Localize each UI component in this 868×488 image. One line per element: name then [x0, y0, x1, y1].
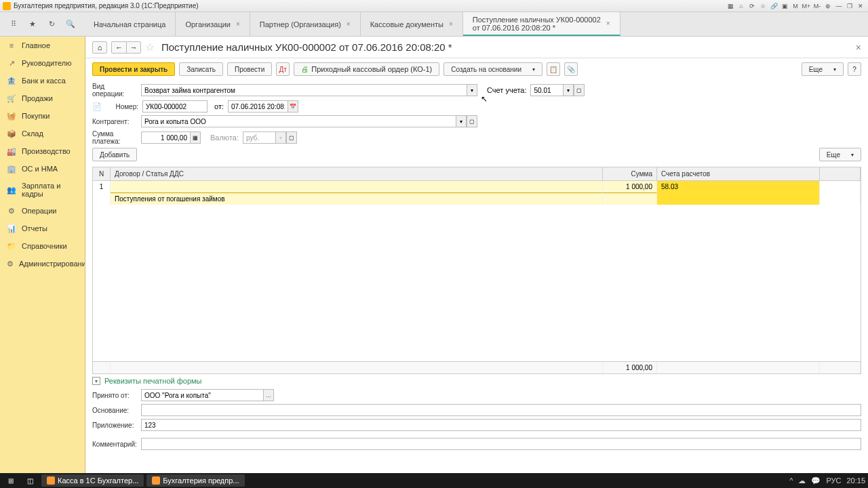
taskbar-app-2[interactable]: Бухгалтерия предпр... — [146, 474, 244, 487]
start-button[interactable]: ⊞ — [3, 474, 19, 487]
ellipsis-btn[interactable]: … — [263, 389, 274, 401]
sidebar-item-salary[interactable]: 👥Зарплата и кадры — [0, 178, 85, 202]
add-row-button[interactable]: Добавить — [92, 148, 137, 161]
col-n[interactable]: N — [93, 167, 111, 180]
basis-label: Основание: — [92, 407, 137, 414]
create-based-button[interactable]: Создать на основании — [443, 62, 542, 76]
sidebar-item-production[interactable]: 🏭Производство — [0, 142, 85, 160]
attachment-label: Приложение: — [92, 422, 137, 429]
titlebar-btn-6[interactable]: ▣ — [780, 1, 789, 11]
titlebar-mminus[interactable]: М- — [812, 1, 822, 11]
tray-icon[interactable]: ^ — [789, 476, 793, 485]
calendar-btn[interactable]: 📅 — [288, 100, 298, 113]
sidebar-item-warehouse[interactable]: 📦Склад — [0, 125, 85, 142]
date-input[interactable] — [228, 100, 288, 113]
basis-input[interactable] — [141, 404, 861, 416]
open-btn[interactable]: ▢ — [286, 131, 297, 144]
titlebar-btn-5[interactable]: 🔗 — [769, 1, 778, 11]
dropdown-btn[interactable]: ▾ — [563, 84, 574, 96]
sidebar-item-operations[interactable]: ⚙Операции — [0, 202, 85, 220]
open-btn[interactable]: ▢ — [574, 84, 585, 96]
window-title: Бухгалтерия предприятия, редакция 3.0 (1… — [14, 2, 726, 9]
close-icon[interactable]: × — [347, 20, 351, 28]
maximize-btn[interactable]: ❐ — [845, 1, 854, 11]
forward-button[interactable]: → — [126, 41, 141, 54]
building-icon: 🏢 — [7, 164, 16, 174]
save-button[interactable]: Записать — [179, 62, 223, 76]
dt-kt-button[interactable]: Дт — [276, 62, 290, 76]
attachment-input[interactable] — [141, 419, 861, 431]
open-btn[interactable]: ▢ — [467, 115, 477, 127]
comment-input[interactable] — [141, 438, 861, 450]
calc-btn[interactable]: ▦ — [190, 131, 201, 144]
print-list-button[interactable]: 📋 — [547, 62, 560, 76]
history-icon[interactable]: ↻ — [46, 19, 57, 30]
amount-label: Сумма платежа: — [92, 130, 137, 145]
number-input[interactable] — [142, 100, 208, 113]
table-row[interactable]: Поступления от погашения займов — [93, 193, 861, 205]
post-and-close-button[interactable]: Провести и закрыть — [92, 62, 175, 76]
taskbar: ⊞ ◫ Касса в 1С Бухгалтер... Бухгалтерия … — [0, 473, 868, 488]
titlebar-mplus[interactable]: М+ — [802, 1, 811, 11]
sidebar-item-purchases[interactable]: 🧺Покупки — [0, 107, 85, 125]
account-input[interactable] — [530, 84, 563, 96]
search-icon[interactable]: 🔍 — [65, 19, 76, 30]
post-button[interactable]: Провести — [227, 62, 272, 76]
close-icon[interactable]: × — [449, 20, 453, 28]
tray-icon[interactable]: 💬 — [811, 476, 821, 485]
tray-lang[interactable]: РУС — [826, 476, 841, 485]
titlebar-btn-3[interactable]: ⟳ — [747, 1, 757, 11]
star-icon[interactable]: ★ — [27, 19, 38, 30]
col-desc[interactable]: Договор / Статья ДДС — [111, 167, 603, 180]
table-more-button[interactable]: Еще — [819, 148, 861, 161]
tab-receipt[interactable]: Поступление наличных УК00-000002 от 07.0… — [463, 12, 620, 36]
amount-input[interactable] — [141, 131, 190, 144]
sidebar-item-os[interactable]: 🏢ОС и НМА — [0, 160, 85, 178]
close-document[interactable]: × — [856, 42, 861, 53]
taskbar-app-1[interactable]: Касса в 1С Бухгалтер... — [41, 474, 144, 487]
sidebar-item-reports[interactable]: 📊Отчеты — [0, 220, 85, 237]
table-row[interactable]: 1 1 000,00 58.03 — [93, 181, 861, 193]
apps-icon[interactable]: ⠿ — [8, 19, 19, 30]
dropdown-btn[interactable]: ▾ — [467, 84, 477, 96]
favorite-button[interactable]: ☆ — [145, 41, 155, 54]
titlebar-btn-x1[interactable]: ⊕ — [823, 1, 833, 11]
sidebar-item-catalogs[interactable]: 📁Справочники — [0, 237, 85, 255]
col-sum[interactable]: Сумма — [603, 167, 657, 180]
tab-start[interactable]: Начальная страница — [84, 12, 176, 36]
from-label: Принято от: — [92, 392, 137, 399]
more-button[interactable]: Еще — [802, 62, 844, 76]
tab-cash-docs[interactable]: Кассовые документы× — [361, 12, 463, 36]
minimize-btn[interactable]: — — [834, 1, 844, 11]
number-label: Номер: — [106, 103, 138, 110]
home-button[interactable]: ⌂ — [92, 41, 107, 54]
dropdown-btn[interactable]: ▾ — [456, 115, 467, 127]
sidebar-item-admin[interactable]: ⚙Администрирование — [0, 255, 85, 272]
close-icon[interactable]: × — [236, 20, 240, 28]
tray-icon[interactable]: ☁ — [798, 476, 806, 485]
contractor-input[interactable] — [141, 115, 456, 127]
pko-button[interactable]: 🖨Приходный кассовый ордер (КО-1) — [294, 62, 439, 76]
attach-button[interactable]: 📎 — [564, 62, 578, 76]
tab-partner[interactable]: Партнер (Организация)× — [250, 12, 361, 36]
close-icon[interactable]: × — [606, 20, 610, 27]
titlebar-btn-2[interactable]: ⌂ — [736, 1, 746, 11]
print-details-toggle[interactable]: ▾ Реквизиты печатной формы — [85, 374, 868, 388]
sidebar-item-main[interactable]: ≡Главное — [0, 37, 85, 54]
sidebar-item-sales[interactable]: 🛒Продажи — [0, 89, 85, 107]
task-view-button[interactable]: ◫ — [22, 474, 39, 487]
help-button[interactable]: ? — [848, 62, 861, 76]
op-type-input[interactable] — [141, 84, 467, 96]
col-acc[interactable]: Счета расчетов — [657, 167, 820, 180]
sidebar-item-bank[interactable]: 🏦Банк и касса — [0, 72, 85, 89]
footer-total: 1 000,00 — [603, 362, 657, 373]
titlebar-m[interactable]: М — [791, 1, 800, 11]
titlebar-btn-1[interactable]: ▦ — [726, 1, 735, 11]
from-input[interactable] — [141, 389, 263, 401]
bank-icon: 🏦 — [7, 76, 16, 85]
titlebar-btn-4[interactable]: ☆ — [758, 1, 768, 11]
back-button[interactable]: ← — [111, 41, 126, 54]
close-btn[interactable]: ✕ — [856, 1, 865, 11]
tab-organizations[interactable]: Организации× — [176, 12, 250, 36]
sidebar-item-manager[interactable]: ↗Руководителю — [0, 54, 85, 72]
